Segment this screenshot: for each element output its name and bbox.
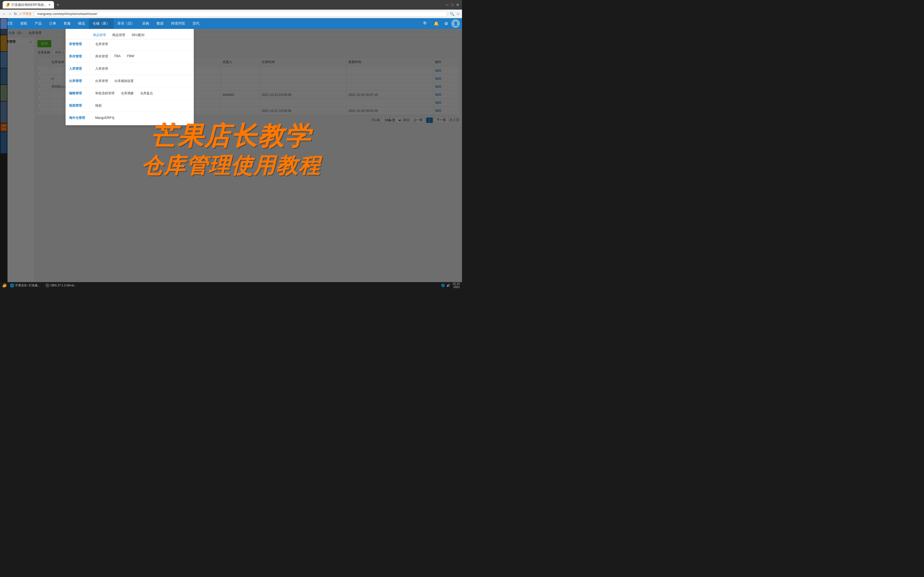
taskbar: 🥭 🌐 芒果店长--打造最... ⚫ OBS 27.1.3 (64-bi... … — [0, 282, 462, 288]
dropdown-item-FBA[interactable]: FBA — [111, 53, 124, 60]
security-warning: ⚠ 不安全 — [19, 12, 32, 16]
tray-icon-network[interactable]: 🌐 — [441, 284, 445, 287]
dropdown-row-chuku: 出库管理 出库管理 出库规则设置 — [66, 76, 194, 86]
forward-button[interactable]: → — [8, 12, 12, 16]
nav-item-service[interactable]: 客服 — [60, 18, 74, 29]
nav-item-purchase[interactable]: 采购 — [139, 18, 153, 29]
nav-item-academy[interactable]: 跨境学院 — [167, 18, 189, 29]
main-content: 首页 授权 产品 订单 客服 物流 仓储（新） 库存（旧） 采购 数据 跨境学院… — [0, 18, 462, 282]
dropdown-items-baosun: 报损 — [90, 101, 194, 111]
nav-item-product[interactable]: 产品 — [31, 18, 45, 29]
dropdown-tab-goods[interactable]: 商品管理 — [90, 31, 109, 39]
bookmark-icon[interactable]: ☆ — [456, 12, 460, 16]
dropdown-divider-5 — [66, 99, 194, 100]
notification-icon[interactable]: 🔔 — [431, 21, 441, 26]
nav-item-freight[interactable]: 货代 — [189, 18, 203, 29]
window-controls: ─ □ ✕ — [446, 3, 459, 7]
dropdown-item-仓库调拨[interactable]: 仓库调拨 — [118, 89, 137, 97]
dropdown-item-入库管理[interactable]: 入库管理 — [92, 65, 111, 73]
dropdown-cat-chuku: 出库管理 — [66, 77, 90, 85]
dropdown-item-报损[interactable]: 报损 — [92, 102, 105, 110]
dropdown-item-审批流程管理[interactable]: 审批流程管理 — [92, 89, 118, 97]
search-nav-icon[interactable]: 🔍 — [421, 21, 430, 26]
taskbar-obs-icon: ⚫ — [45, 284, 50, 287]
dropdown-divider-4 — [66, 87, 194, 87]
tab-title: 打造最好用的ERP系统... — [11, 3, 47, 7]
nav-item-order[interactable]: 订单 — [45, 18, 60, 29]
dropdown-row-ruku: 入库管理 入库管理 — [66, 64, 194, 74]
dropdown-row-baosun: 报损管理 报损 — [66, 101, 194, 111]
dropdown-items-ruku: 入库管理 — [90, 64, 194, 74]
nav-right: 🔍 🔔 ⚙ 👤 — [421, 19, 462, 28]
close-window-button[interactable]: ✕ — [456, 3, 459, 7]
nav-item-inventory-old[interactable]: 库存（旧） — [114, 18, 139, 29]
nav-item-data[interactable]: 数据 — [153, 18, 167, 29]
tray-icon-volume[interactable]: 🔊 — [446, 284, 450, 287]
dropdown-items-chuku: 出库管理 出库规则设置 — [90, 76, 194, 86]
dropdown-cat-kucun: 库存管理 — [66, 52, 90, 61]
back-button[interactable]: ← — [2, 12, 6, 16]
clock: 15:15 2021 — [452, 282, 460, 288]
nav-item-warehouse-new[interactable]: 仓储（新） — [89, 18, 114, 29]
dropdown-item-仓库管理[interactable]: 仓库管理 — [92, 40, 111, 48]
dropdown-item-仓库盘点[interactable]: 仓库盘点 — [137, 89, 156, 97]
nav-item-auth[interactable]: 授权 — [16, 18, 31, 29]
dropdown-item-出库规则设置[interactable]: 出库规则设置 — [111, 77, 137, 85]
tab-close-button[interactable]: ✕ — [48, 3, 51, 7]
dropdown-menu: 商品管理 商品管理 SKU配对 库管管理 仓库管理 库存管理 库存管理 FBA … — [66, 29, 194, 125]
tab-bar: 🥭 打造最好用的ERP系统... ✕ + — [3, 1, 61, 8]
dropdown-tab-product[interactable]: 商品管理 — [109, 31, 128, 39]
active-tab[interactable]: 🥭 打造最好用的ERP系统... ✕ — [3, 1, 54, 8]
address-bar-row: ← → ↻ ⚠ 不安全 🔍 ☆ — [0, 10, 462, 18]
dropdown-cat-ruku: 入库管理 — [66, 64, 90, 73]
dropdown-item-库存管理[interactable]: 库存管理 — [92, 53, 111, 60]
dropdown-items-kucun: 库存管理 FBA FBW — [90, 52, 194, 61]
browser-right-icons: 🔍 ☆ — [450, 12, 460, 16]
browser-chrome: 🥭 打造最好用的ERP系统... ✕ + ─ □ ✕ — [0, 0, 462, 10]
dropdown-tabs: 商品管理 商品管理 SKU配对 — [66, 31, 194, 39]
dropdown-cat-bianj: 编辑管理 — [66, 89, 90, 98]
dropdown-tab-sku[interactable]: SKU配对 — [128, 31, 148, 39]
taskbar-item-browser[interactable]: 🌐 芒果店长--打造最... — [8, 283, 42, 288]
dropdown-item-出库管理[interactable]: 出库管理 — [92, 77, 111, 85]
taskbar-start-icon[interactable]: 🥭 — [2, 283, 7, 287]
dropdown-cat-kuguan: 库管管理 — [66, 40, 90, 48]
taskbar-browser-icon: 🌐 — [10, 284, 14, 287]
dropdown-row-haiwai: 海外仓管理 MangoERP仓 — [66, 113, 194, 123]
nav-item-logistics[interactable]: 物流 — [74, 18, 89, 29]
dropdown-items-haiwai: MangoERP仓 — [90, 113, 194, 123]
dropdown-items-bianj: 审批流程管理 仓库调拨 仓库盘点 — [90, 89, 194, 98]
refresh-button[interactable]: ↻ — [14, 12, 17, 16]
taskbar-right: 🌐 🔊 15:15 2021 — [441, 282, 460, 288]
user-avatar[interactable]: 👤 — [451, 19, 460, 28]
address-input[interactable] — [34, 11, 447, 17]
dropdown-items-kuguan: 仓库管理 — [90, 39, 194, 49]
warning-icon: ⚠ — [19, 12, 22, 16]
settings-icon[interactable]: ⚙ — [442, 21, 450, 26]
dropdown-cat-haiwai: 海外仓管理 — [66, 114, 90, 122]
dropdown-row-bianj: 编辑管理 审批流程管理 仓库调拨 仓库盘点 — [66, 89, 194, 98]
dropdown-cat-baosun: 报损管理 — [66, 101, 90, 110]
taskbar-item-obs[interactable]: ⚫ OBS 27.1.3 (64-bi... — [44, 283, 78, 288]
dropdown-row-kucun: 库存管理 库存管理 FBA FBW — [66, 52, 194, 61]
dropdown-row-库管: 库管管理 仓库管理 — [66, 39, 194, 49]
system-tray: 🌐 🔊 — [441, 284, 450, 287]
dropdown-divider-3 — [66, 75, 194, 75]
dropdown-item-FBW[interactable]: FBW — [124, 53, 137, 60]
new-tab-button[interactable]: + — [55, 2, 61, 7]
top-nav: 首页 授权 产品 订单 客服 物流 仓储（新） 库存（旧） 采购 数据 跨境学院… — [0, 18, 462, 29]
maximize-button[interactable]: □ — [451, 3, 454, 7]
minimize-button[interactable]: ─ — [446, 3, 449, 7]
dropdown-item-MangoERP仓[interactable]: MangoERP仓 — [92, 114, 118, 122]
search-icon[interactable]: 🔍 — [450, 12, 454, 16]
